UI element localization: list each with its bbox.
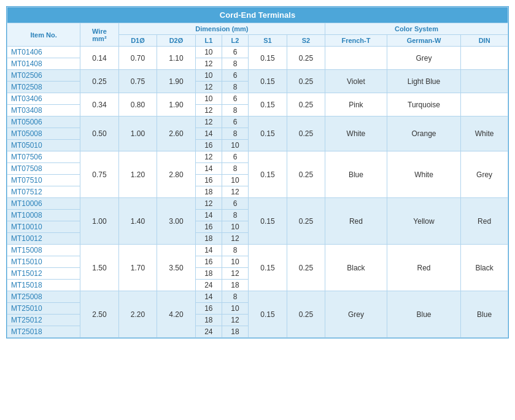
cell-item-no: MT25008 (7, 291, 80, 303)
cell-s1: 0.15 (249, 291, 287, 338)
table-row: MT034060.340.801.901060.150.25PinkTurquo… (7, 93, 508, 105)
cell-s1: 0.15 (249, 245, 287, 291)
cell-d2: 1.90 (157, 93, 196, 116)
cell-l2: 10 (222, 256, 248, 268)
cell-s2: 0.25 (287, 245, 325, 291)
cell-l1: 14 (195, 128, 222, 140)
cell-l1: 14 (195, 245, 222, 256)
cell-l2: 12 (222, 268, 248, 280)
cell-item-no: MT15008 (7, 245, 80, 256)
cell-l1: 12 (195, 82, 222, 93)
cell-l1: 16 (195, 221, 222, 233)
cell-item-no: MT15012 (7, 268, 80, 280)
cell-l2: 6 (222, 93, 248, 105)
cell-s2: 0.25 (287, 151, 325, 198)
cell-item-no: MT25018 (7, 326, 80, 338)
cell-l2: 10 (222, 303, 248, 315)
cell-item-no: MT10012 (7, 233, 80, 245)
cell-s1: 0.15 (249, 198, 287, 245)
header-germanW: German-W (387, 35, 461, 47)
cell-s2: 0.25 (287, 116, 325, 151)
cell-item-no: MT07506 (7, 151, 80, 163)
cell-item-no: MT05010 (7, 140, 80, 151)
cell-german-w: Grey (387, 47, 461, 70)
table-row: MT075060.751.202.801260.150.25BlueWhiteG… (7, 151, 508, 163)
cell-din: White (461, 116, 508, 151)
cell-d1: 0.70 (118, 47, 157, 70)
cell-d1: 1.40 (118, 198, 157, 245)
cell-l2: 18 (222, 280, 248, 291)
cell-german-w: Red (387, 245, 461, 291)
cell-item-no: MT25010 (7, 303, 80, 315)
header-color-system: Color System (325, 23, 508, 35)
cell-l1: 10 (195, 70, 222, 82)
cell-din (461, 70, 508, 93)
cell-l2: 6 (222, 198, 248, 210)
cell-din (461, 47, 508, 70)
cell-item-no: MT03406 (7, 93, 80, 105)
cell-l2: 8 (222, 105, 248, 116)
header-item-no: Item No. (7, 23, 80, 47)
table-row: MT250082.502.204.201480.150.25GreyBlueBl… (7, 291, 508, 303)
cell-item-no: MT07510 (7, 175, 80, 186)
cell-wire: 1.00 (80, 198, 119, 245)
header-wire: Wiremm² (80, 23, 119, 47)
cell-d1: 0.75 (118, 70, 157, 93)
cell-l2: 8 (222, 82, 248, 93)
cell-wire: 0.75 (80, 151, 119, 198)
cell-l1: 16 (195, 303, 222, 315)
cell-german-w: Yellow (387, 198, 461, 245)
cell-l2: 10 (222, 140, 248, 151)
cell-l1: 14 (195, 163, 222, 175)
cell-item-no: MT15018 (7, 280, 80, 291)
cell-item-no: MT05008 (7, 128, 80, 140)
cell-l1: 18 (195, 315, 222, 326)
cell-s2: 0.25 (287, 198, 325, 245)
cell-french-t: Red (325, 198, 387, 245)
cell-d2: 1.90 (157, 70, 196, 93)
cell-l1: 18 (195, 233, 222, 245)
cell-l1: 10 (195, 47, 222, 58)
header-l2: L2 (222, 35, 248, 47)
cell-l2: 10 (222, 221, 248, 233)
cell-french-t: Pink (325, 93, 387, 116)
header-frenchT: French-T (325, 35, 387, 47)
header-s1: S1 (249, 35, 287, 47)
cell-german-w: Blue (387, 291, 461, 338)
main-table-container: Cord-End TerminalsItem No.Wiremm²Dimensi… (6, 6, 509, 338)
cell-s1: 0.15 (249, 151, 287, 198)
cell-d1: 1.00 (118, 116, 157, 151)
cell-l2: 12 (222, 315, 248, 326)
cell-d1: 1.70 (118, 245, 157, 291)
cell-l2: 6 (222, 151, 248, 163)
table-row: MT014060.140.701.101060.150.25Grey (7, 47, 508, 58)
cell-l2: 8 (222, 128, 248, 140)
cell-l1: 10 (195, 93, 222, 105)
table-row: MT100061.001.403.001260.150.25RedYellowR… (7, 198, 508, 210)
cell-wire: 0.50 (80, 116, 119, 151)
cell-d2: 3.50 (157, 245, 196, 291)
cell-french-t: Black (325, 245, 387, 291)
cell-french-t: White (325, 116, 387, 151)
cell-l2: 8 (222, 58, 248, 70)
cell-wire: 2.50 (80, 291, 119, 338)
cell-item-no: MT01408 (7, 58, 80, 70)
cell-item-no: MT10006 (7, 198, 80, 210)
cell-french-t (325, 47, 387, 70)
cell-item-no: MT07508 (7, 163, 80, 175)
cell-l1: 18 (195, 268, 222, 280)
cell-s2: 0.25 (287, 93, 325, 116)
cell-french-t: Blue (325, 151, 387, 198)
cell-l1: 14 (195, 210, 222, 221)
cell-item-no: MT25012 (7, 315, 80, 326)
cell-s2: 0.25 (287, 291, 325, 338)
cell-l2: 6 (222, 70, 248, 82)
cell-l1: 24 (195, 280, 222, 291)
cell-d2: 2.60 (157, 116, 196, 151)
cell-l1: 16 (195, 175, 222, 186)
cell-s2: 0.25 (287, 70, 325, 93)
cell-s1: 0.15 (249, 116, 287, 151)
cell-item-no: MT02506 (7, 70, 80, 82)
cell-din (461, 93, 508, 116)
cell-french-t: Violet (325, 70, 387, 93)
